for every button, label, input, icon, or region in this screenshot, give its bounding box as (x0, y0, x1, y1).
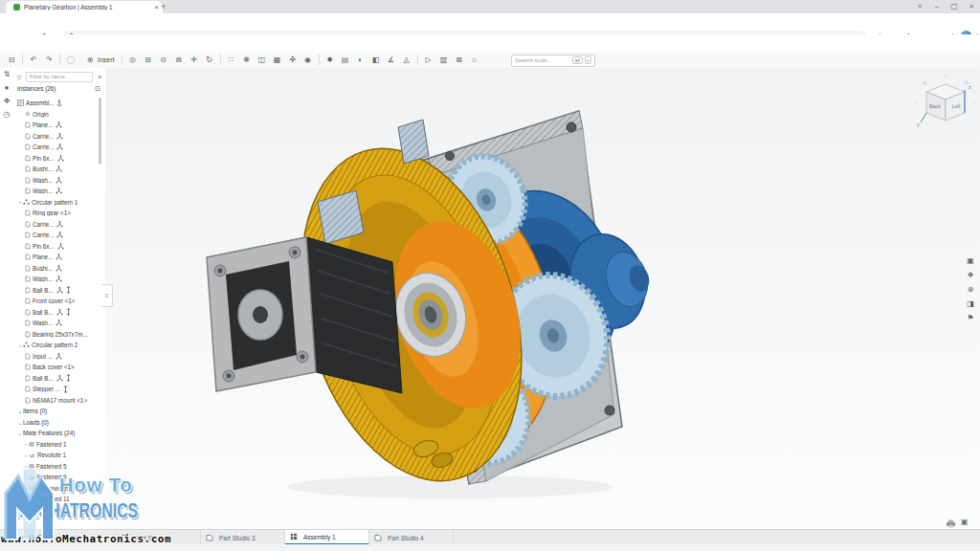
tree-row[interactable]: Wash... (13, 274, 103, 285)
tree-row[interactable]: Back cover <1> (13, 362, 103, 373)
onshape-favicon (13, 4, 20, 11)
tree-row[interactable]: Front cover <1> (13, 296, 103, 307)
tree-row[interactable]: ›Circular pattern 2 (13, 340, 103, 351)
list-options-icon[interactable]: ≡ (96, 74, 103, 80)
browser-tab[interactable]: Planetary Gearbox | Assembly 1 × (6, 1, 163, 13)
sheet-metal-icon[interactable]: ⌂ (467, 53, 482, 68)
insert-button[interactable]: ⊕ Insert (78, 53, 119, 68)
panel-scrollbar[interactable] (99, 98, 101, 165)
measure-icon[interactable]: ∡ (384, 53, 399, 68)
search-tools-input[interactable]: Search tools... altc (511, 55, 595, 67)
named-positions-icon[interactable]: ▤ (338, 53, 353, 68)
tree-row[interactable]: Pin 6x... (13, 153, 103, 165)
tree-row[interactable]: Plane... (13, 252, 103, 263)
bom-table-icon[interactable]: ▣ (964, 253, 977, 268)
add-tab-button[interactable]: + (17, 533, 29, 542)
center-of-mass-icon[interactable]: ◉ (301, 53, 316, 68)
configurations-icon[interactable]: ⇅ (0, 68, 13, 81)
circular-pattern-icon[interactable]: ❋ (239, 53, 255, 68)
tree-row[interactable]: Ball B... (13, 373, 103, 385)
transform-icon[interactable]: ✜ (285, 53, 301, 68)
mate-icon[interactable]: ◎ (125, 53, 141, 68)
mate-feature-row[interactable]: ›Fastened 5 (13, 461, 103, 473)
interference-icon[interactable]: ⊠ (452, 53, 467, 68)
tree-row[interactable]: Input ... (13, 351, 103, 363)
panel-section-header[interactable]: ⌄Mate Features (24) (13, 428, 103, 439)
tree-row[interactable]: Carrie... (13, 230, 103, 241)
tree-row[interactable]: Carrie... (13, 131, 103, 143)
tree-row[interactable]: Origin (13, 109, 103, 121)
create-subassembly-icon[interactable]: ⊡ (95, 85, 100, 93)
mirror-icon[interactable]: ◫ (255, 53, 270, 68)
redo-icon[interactable]: ↷ (41, 53, 56, 68)
comments-icon[interactable]: ● (0, 81, 13, 95)
new-tab-button[interactable]: + (161, 2, 166, 11)
model-viewport[interactable]: ⌃ ‹ › ⟲ ⟳ Back Left z y ▣❖⊕◨⚑ ▣ (105, 68, 980, 529)
tree-row[interactable]: Plane... (13, 120, 103, 131)
shortcut-help-icon[interactable]: ▣ (961, 518, 969, 526)
manage-tabs-icon[interactable] (6, 534, 13, 541)
tree-row[interactable]: Pin 6x... (13, 241, 103, 253)
animate-icon[interactable]: ▷ (421, 53, 436, 68)
profile-chevron-icon[interactable]: ˅ (911, 0, 928, 12)
doc-tab-part-studio-2[interactable]: Part Studio 2 (117, 530, 201, 545)
tree-row[interactable]: Stepper ... (13, 384, 103, 395)
versions-icon[interactable]: ❖ (964, 268, 977, 282)
tree-row[interactable]: Wash... (13, 175, 103, 187)
mass-properties-icon[interactable]: ◬ (399, 53, 414, 68)
print-icon[interactable] (946, 519, 956, 528)
exploded-view-icon[interactable]: ✸ (323, 53, 338, 68)
group-icon[interactable]: ⊞ (141, 53, 156, 68)
panel-collapse-handle[interactable]: ≡ (101, 284, 113, 307)
rotate-part-icon[interactable]: ↻ (202, 53, 217, 68)
filter-icon[interactable]: ▽ (15, 74, 23, 80)
panel-section-header[interactable]: ⌄Items (0) (13, 406, 103, 417)
tree-row[interactable]: Wash... (13, 186, 103, 197)
move-part-icon[interactable]: ✛ (187, 53, 202, 68)
doc-tab-part-studio-4[interactable]: Part Studio 4 (369, 530, 454, 545)
bookmarks-icon[interactable]: ⚑ (964, 311, 977, 325)
display-states-icon[interactable]: ◐ (353, 53, 368, 68)
doc-tab-part-studio-3[interactable]: Part Studio 3 (201, 530, 285, 545)
snap-mode-icon[interactable]: ⋒ (171, 53, 187, 68)
tree-row[interactable]: Ball B... (13, 285, 103, 297)
doc-tab-assembly-1[interactable]: Assembly 1 (285, 530, 369, 545)
properties-panel-icon[interactable]: ◨ (964, 297, 977, 311)
section-view-icon[interactable]: ◧ (368, 53, 384, 68)
mate-feature-row[interactable]: ›Revolute 2 (13, 505, 103, 517)
tree-row[interactable]: NEMA17 mount <1> (13, 395, 103, 407)
custom-features-icon[interactable]: ⊕ (964, 282, 977, 297)
sync-icon[interactable]: ◯ (63, 53, 78, 68)
tree-row[interactable]: ›Circular pattern 1 (13, 197, 103, 209)
tree-row[interactable]: Bearing 25x37x7m... (13, 329, 103, 341)
tree-row[interactable]: Carrie... (13, 142, 103, 153)
tree-row[interactable]: Ball B... (13, 307, 103, 319)
tree-row[interactable]: Assembl... (13, 98, 103, 109)
mate-feature-row[interactable]: ›Fastened 10 (13, 483, 103, 495)
appearance-icon[interactable]: ❖ (0, 95, 13, 108)
mate-relation-icon[interactable]: ⊙ (156, 53, 171, 68)
bom-icon[interactable]: ▥ (436, 53, 452, 68)
tree-row[interactable]: Wash... (13, 318, 103, 329)
history-icon[interactable]: ◷ (0, 108, 13, 121)
tree-row[interactable]: Bushi... (13, 263, 103, 275)
close-icon[interactable]: × (963, 0, 980, 12)
tree-row[interactable]: Bushi... (13, 164, 103, 175)
filter-by-name-input[interactable]: Filter by name (26, 72, 93, 82)
mate-feature-row[interactable]: ›Revolute 1 (13, 450, 103, 461)
close-tab-icon[interactable]: × (154, 3, 159, 11)
doc-tab-part-studio-1[interactable]: Part Studio 1 (33, 530, 117, 545)
panel-section-header[interactable]: ⌄Loads (0) (13, 417, 103, 429)
tree-row[interactable]: Carrie... (13, 219, 103, 231)
maximize-icon[interactable]: ▢ (946, 0, 963, 12)
minimize-icon[interactable]: – (928, 0, 946, 12)
tree-row[interactable]: Ring gear <1> (13, 208, 103, 219)
mate-feature-row[interactable]: ›Fastened 1 (13, 439, 103, 451)
view-cube[interactable]: ⌃ ‹ › ⟲ ⟳ Back Left z y (911, 73, 980, 128)
linear-pattern-icon[interactable]: ∷ (224, 53, 239, 68)
mate-feature-row[interactable]: ›Fastened 11 (13, 494, 103, 505)
mate-feature-row[interactable]: ›Fastened 9 (13, 472, 103, 483)
undo-icon[interactable]: ↶ (26, 53, 41, 68)
replicate-icon[interactable]: ▦ (270, 53, 285, 68)
assembly-hierarchy-icon[interactable]: ⊟ (4, 53, 19, 68)
